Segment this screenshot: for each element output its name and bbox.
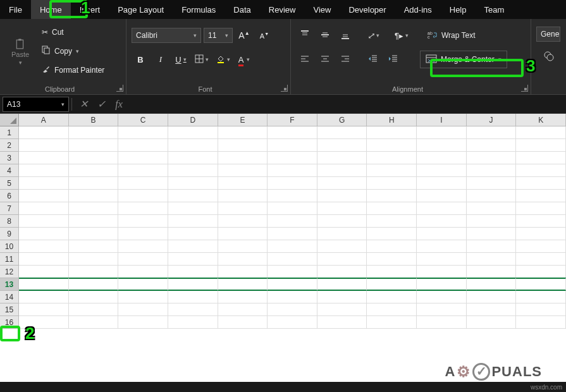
cell[interactable]: [417, 253, 467, 266]
cell[interactable]: [19, 291, 69, 303]
cell[interactable]: [417, 240, 467, 253]
cell[interactable]: [168, 240, 218, 253]
accounting-format-button[interactable]: [536, 48, 561, 66]
cell[interactable]: [218, 152, 268, 164]
cell[interactable]: [268, 126, 317, 139]
cell[interactable]: [516, 266, 566, 278]
cell[interactable]: [367, 202, 417, 215]
cell[interactable]: [69, 190, 119, 202]
cell[interactable]: [19, 266, 69, 278]
cell[interactable]: [317, 228, 367, 240]
cell[interactable]: [467, 126, 517, 139]
cell[interactable]: [168, 215, 218, 228]
cell[interactable]: [367, 190, 417, 202]
font-dialog-launcher[interactable]: [281, 85, 288, 92]
name-box[interactable]: A13 ▾: [3, 97, 69, 112]
cell[interactable]: [268, 164, 317, 177]
align-center-button[interactable]: [316, 51, 334, 68]
cell[interactable]: [317, 215, 367, 228]
cell[interactable]: [467, 240, 517, 253]
row-header[interactable]: 16: [0, 316, 19, 329]
cell[interactable]: [417, 126, 467, 139]
fill-color-button[interactable]: ▾: [214, 51, 233, 68]
cell[interactable]: [69, 316, 119, 329]
cell[interactable]: [218, 291, 268, 303]
cell[interactable]: [218, 228, 268, 240]
cell[interactable]: [367, 240, 417, 253]
column-header[interactable]: K: [516, 114, 566, 126]
cell[interactable]: [168, 177, 218, 190]
row-header[interactable]: 15: [0, 303, 19, 316]
cell[interactable]: [417, 202, 467, 215]
row-header[interactable]: 8: [0, 215, 19, 228]
row-header[interactable]: 6: [0, 190, 19, 202]
cell[interactable]: [168, 190, 218, 202]
cell[interactable]: [168, 253, 218, 266]
cell[interactable]: [268, 152, 317, 164]
column-header[interactable]: A: [19, 114, 69, 126]
cell[interactable]: [168, 291, 218, 303]
cell[interactable]: [367, 316, 417, 329]
wrap-text-button[interactable]: abc Wrap Text: [424, 27, 479, 44]
copy-button[interactable]: Copy ▾: [38, 43, 108, 59]
cell[interactable]: [317, 126, 367, 139]
cell[interactable]: [317, 278, 367, 291]
cancel-formula-button[interactable]: ✕: [75, 98, 92, 110]
cell[interactable]: [218, 202, 268, 215]
cell[interactable]: [118, 240, 168, 253]
column-header[interactable]: C: [118, 114, 168, 126]
cell[interactable]: [317, 253, 367, 266]
cell[interactable]: [367, 303, 417, 316]
merge-center-button[interactable]: Merge & Center ▾: [420, 51, 507, 68]
cell[interactable]: [367, 215, 417, 228]
cell[interactable]: [19, 152, 69, 164]
cell[interactable]: [118, 164, 168, 177]
cell[interactable]: [69, 139, 119, 152]
cell[interactable]: [118, 228, 168, 240]
cell[interactable]: [417, 164, 467, 177]
cell[interactable]: [417, 228, 467, 240]
cell[interactable]: [218, 139, 268, 152]
cell[interactable]: [19, 164, 69, 177]
cell[interactable]: [516, 177, 566, 190]
column-header[interactable]: H: [367, 114, 417, 126]
bold-button[interactable]: B: [132, 51, 149, 68]
cell[interactable]: [19, 126, 69, 139]
number-format-select[interactable]: Gene: [536, 27, 560, 42]
cell[interactable]: [467, 316, 517, 329]
cell[interactable]: [118, 215, 168, 228]
cell[interactable]: [19, 303, 69, 316]
cell[interactable]: [417, 303, 467, 316]
paste-button[interactable]: Paste ▾: [5, 37, 35, 66]
alignment-dialog-launcher[interactable]: [521, 85, 528, 92]
cut-button[interactable]: ✂ Cut: [38, 24, 108, 40]
cell[interactable]: [19, 139, 69, 152]
cell[interactable]: [118, 190, 168, 202]
cell[interactable]: [218, 190, 268, 202]
cell[interactable]: [218, 240, 268, 253]
cell[interactable]: [69, 266, 119, 278]
clipboard-dialog-launcher[interactable]: [116, 85, 123, 92]
cell[interactable]: [467, 291, 517, 303]
cell[interactable]: [19, 177, 69, 190]
cell[interactable]: [516, 152, 566, 164]
row-header[interactable]: 3: [0, 152, 19, 164]
row-header[interactable]: 12: [0, 266, 19, 278]
cell[interactable]: [317, 291, 367, 303]
cell[interactable]: [367, 126, 417, 139]
column-header[interactable]: I: [417, 114, 467, 126]
cell[interactable]: [69, 278, 119, 291]
cell[interactable]: [218, 316, 268, 329]
row-header[interactable]: 7: [0, 202, 19, 215]
cell[interactable]: [69, 291, 119, 303]
menu-insert[interactable]: Insert: [71, 0, 109, 19]
cell[interactable]: [19, 202, 69, 215]
row-header[interactable]: 2: [0, 139, 19, 152]
cell[interactable]: [69, 164, 119, 177]
cell[interactable]: [268, 139, 317, 152]
cell[interactable]: [268, 177, 317, 190]
cell[interactable]: [218, 164, 268, 177]
cell[interactable]: [367, 266, 417, 278]
column-header[interactable]: E: [218, 114, 268, 126]
cell[interactable]: [516, 278, 566, 291]
